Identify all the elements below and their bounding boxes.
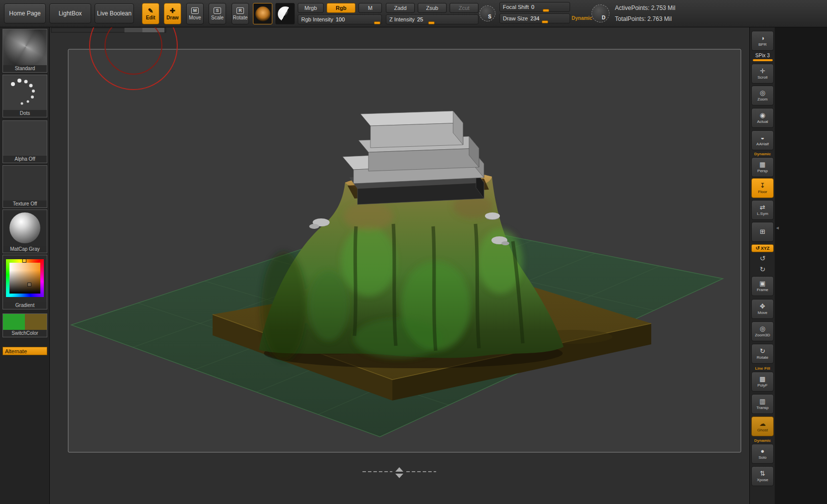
total-points-readout: TotalPoints: 2.763 Mil bbox=[615, 15, 672, 22]
zoom-label: Zoom bbox=[757, 97, 767, 101]
rotate-icon: R bbox=[236, 7, 244, 14]
frame-icon: ▣ bbox=[759, 280, 765, 287]
scroll-label: Scroll bbox=[757, 75, 767, 80]
polyf-button[interactable]: ▩ PolyF bbox=[751, 372, 774, 392]
lsym-arrows-icon: ⇄ bbox=[760, 204, 765, 211]
draw-size-slider[interactable]: Draw Size 234 bbox=[499, 13, 570, 23]
ghost-button[interactable]: ☁ Ghost bbox=[751, 416, 774, 436]
switch-color-widget[interactable]: SwitchColor bbox=[2, 313, 47, 337]
current-brush-thumbnail[interactable] bbox=[253, 3, 272, 24]
gradient-label: Gradient bbox=[3, 302, 47, 309]
tray-divider-arrow-icon[interactable]: ◄ bbox=[775, 225, 780, 230]
live-boolean-button[interactable]: Live Boolean bbox=[95, 3, 134, 23]
lsym-button[interactable]: ⇄ L.Sym bbox=[751, 200, 774, 220]
move-canvas-button[interactable]: ✥ Move bbox=[751, 299, 774, 319]
zoom-canvas-button[interactable]: ◎ Zoom bbox=[751, 86, 774, 105]
scale-button[interactable]: S Scale bbox=[209, 3, 226, 24]
scale-label: Scale bbox=[211, 15, 224, 20]
transp-button[interactable]: ▥ Transp bbox=[751, 394, 774, 414]
edit-button[interactable]: ✎ Edit bbox=[142, 3, 159, 24]
solo-dynamic-label: Dynamic bbox=[750, 438, 775, 443]
color-selector[interactable] bbox=[27, 283, 31, 287]
viewport-canvas[interactable] bbox=[50, 27, 749, 504]
rgb-intensity-label: Rgb Intensity bbox=[301, 16, 333, 22]
persp-dynamic-label: Dynamic bbox=[750, 152, 775, 156]
rgb-button[interactable]: Rgb bbox=[327, 3, 355, 13]
zoom3d-button[interactable]: ◎ Zoom3D bbox=[751, 321, 774, 341]
solo-button[interactable]: ● Solo bbox=[751, 444, 774, 464]
color-picker[interactable]: Gradient bbox=[2, 255, 47, 309]
persp-label: Persp bbox=[757, 169, 768, 173]
draw-size-handle[interactable] bbox=[542, 20, 548, 23]
rgb-intensity-slider[interactable]: Rgb Intensity 100 bbox=[298, 14, 382, 24]
actual-size-button[interactable]: ◉ Actual bbox=[751, 108, 774, 128]
rotate-ccw-button[interactable]: ↺ bbox=[751, 253, 774, 263]
rotate-ccw-icon: ↺ bbox=[760, 254, 766, 262]
texture-off-icon bbox=[3, 166, 47, 201]
alternate-button[interactable]: Alternate bbox=[2, 347, 47, 355]
zadd-button[interactable]: Zadd bbox=[386, 3, 415, 13]
floor-button[interactable]: ↧ Floor bbox=[751, 178, 774, 198]
zoom3d-icon: ◎ bbox=[760, 325, 765, 332]
standard-brush-label: Standard bbox=[3, 65, 47, 72]
material-picker[interactable]: MatCap Gray bbox=[2, 209, 47, 253]
hand-scroll-icon: ✛ bbox=[760, 68, 765, 75]
persp-button[interactable]: ▦ Persp bbox=[751, 157, 774, 177]
magnifier-icon: ◎ bbox=[760, 90, 765, 97]
edit-label: Edit bbox=[146, 15, 155, 20]
transp-icon: ▥ bbox=[759, 398, 765, 405]
rotate-button[interactable]: R Rotate bbox=[232, 3, 249, 24]
draw-button[interactable]: ✚ Draw bbox=[164, 3, 181, 24]
move-icon: M bbox=[191, 7, 199, 14]
lightbox-button[interactable]: LightBox bbox=[49, 3, 91, 23]
transp-label: Transp bbox=[756, 405, 769, 410]
scroll-button[interactable]: ✛ Scroll bbox=[751, 64, 774, 84]
stroke-dial[interactable]: S bbox=[479, 5, 495, 21]
z-intensity-slider[interactable]: Z Intensity 25 bbox=[386, 14, 478, 24]
switch-color-label: SwitchColor bbox=[3, 330, 47, 337]
spix-value: 3 bbox=[767, 53, 770, 58]
rgb-intensity-handle[interactable] bbox=[374, 21, 380, 24]
zcut-button[interactable]: Zcut bbox=[450, 3, 478, 13]
main-color-swatch[interactable] bbox=[3, 314, 25, 330]
rotate-canvas-button[interactable]: ↻ Rotate bbox=[751, 344, 774, 364]
xpose-button[interactable]: ⇅ Xpose bbox=[751, 466, 774, 486]
frame-label: Frame bbox=[757, 288, 768, 292]
hue-ring[interactable] bbox=[6, 259, 44, 297]
spix-handle[interactable] bbox=[753, 59, 773, 61]
rotate-label: Rotate bbox=[233, 15, 247, 20]
solo-label: Solo bbox=[758, 455, 766, 460]
bpr-button[interactable]: ◑ BPR bbox=[751, 31, 774, 51]
alpha-picker[interactable]: Alpha Off bbox=[2, 120, 47, 163]
xyz-button[interactable]: ↺ XYZ bbox=[751, 244, 774, 252]
lsym-label: L.Sym bbox=[757, 211, 768, 216]
move-button[interactable]: M Move bbox=[186, 3, 204, 24]
brush-picker-standard[interactable]: Standard bbox=[2, 29, 47, 73]
scale-icon: S bbox=[214, 7, 221, 14]
depth-dial[interactable]: D bbox=[591, 4, 609, 22]
aahalf-button[interactable]: ◒ AAHalf bbox=[751, 130, 774, 150]
secondary-color-swatch[interactable] bbox=[25, 314, 47, 330]
home-page-button[interactable]: Home Page bbox=[4, 3, 46, 23]
spix-label: SPix bbox=[755, 53, 766, 58]
spix-slider[interactable]: SPix 3 bbox=[751, 53, 774, 61]
texture-off-label: Texture Off bbox=[3, 201, 47, 207]
m-button[interactable]: M bbox=[358, 3, 382, 13]
switch-color-swatches bbox=[3, 314, 47, 330]
local-pivot-icon: ⊞ bbox=[760, 228, 765, 235]
alpha-off-icon bbox=[3, 121, 47, 156]
frame-button[interactable]: ▣ Frame bbox=[751, 276, 774, 296]
zsub-button[interactable]: Zsub bbox=[418, 3, 447, 13]
saturation-square[interactable] bbox=[9, 263, 40, 294]
hue-selector[interactable] bbox=[22, 259, 26, 263]
rotate-cw-button[interactable]: ↻ bbox=[751, 264, 774, 274]
draw-size-value: 234 bbox=[530, 15, 539, 21]
mrgb-button[interactable]: Mrgb bbox=[298, 3, 324, 13]
focal-shift-slider[interactable]: Focal Shift 0 bbox=[499, 2, 570, 12]
stroke-picker-dots[interactable]: Dots bbox=[2, 75, 47, 117]
current-material-thumbnail[interactable] bbox=[275, 3, 295, 24]
z-intensity-handle[interactable] bbox=[428, 21, 435, 24]
local-pivot-button[interactable]: ⊞ bbox=[751, 222, 774, 242]
texture-picker[interactable]: Texture Off bbox=[2, 165, 47, 208]
focal-shift-handle[interactable] bbox=[543, 9, 549, 12]
